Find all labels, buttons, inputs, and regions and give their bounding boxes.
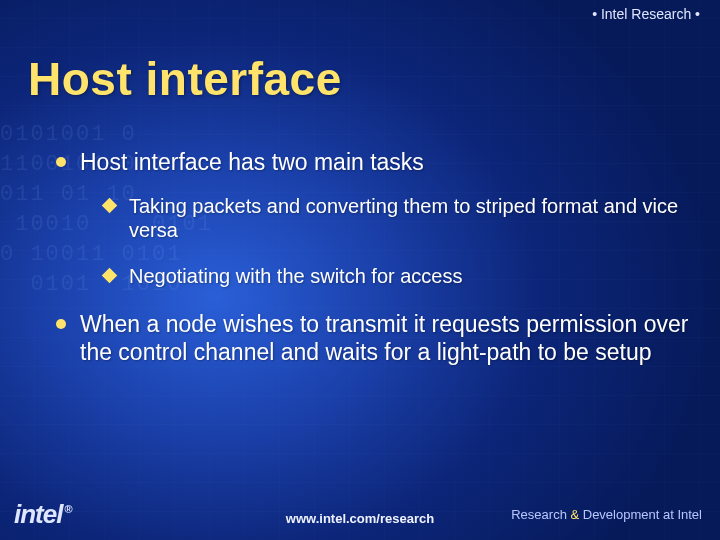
slide-title: Host interface: [28, 52, 342, 106]
bullet-diamond-icon: [102, 268, 118, 284]
bullet-text: When a node wishes to transmit it reques…: [80, 310, 690, 366]
bullet-text: Taking packets and converting them to st…: [129, 194, 690, 242]
bullet-text: Negotiating with the switch for access: [129, 264, 463, 288]
tagline-part: Research: [511, 507, 570, 522]
footer-tagline: Research & Development at Intel: [511, 507, 702, 522]
header-label: • Intel Research •: [592, 6, 700, 22]
bullet-dot-icon: [56, 157, 66, 167]
sub-bullet-list: Taking packets and converting them to st…: [104, 194, 690, 288]
tagline-ampersand: &: [570, 507, 579, 522]
slide-content: Host interface has two main tasks Taking…: [56, 148, 690, 384]
bullet-level2: Taking packets and converting them to st…: [104, 194, 690, 242]
bullet-diamond-icon: [102, 198, 118, 214]
bullet-level1: When a node wishes to transmit it reques…: [56, 310, 690, 366]
bullet-level1: Host interface has two main tasks: [56, 148, 690, 176]
bullet-level2: Negotiating with the switch for access: [104, 264, 690, 288]
bullet-text: Host interface has two main tasks: [80, 148, 424, 176]
tagline-part: Development at Intel: [579, 507, 702, 522]
bullet-dot-icon: [56, 319, 66, 329]
